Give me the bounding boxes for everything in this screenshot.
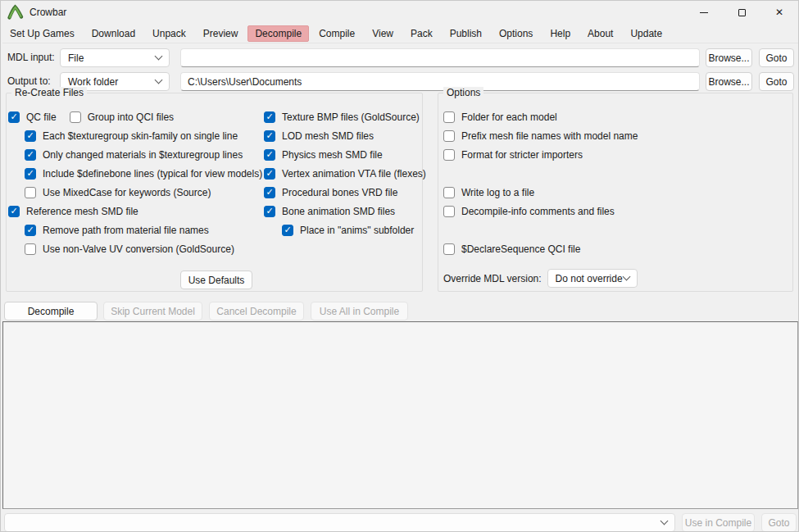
texturegroup-single-line-label: Each $texturegroup skin-family on single… <box>43 130 238 142</box>
bottom-goto-button[interactable]: Goto <box>761 513 797 532</box>
tab-publish[interactable]: Publish <box>443 25 489 42</box>
procedural-bones-row: Procedural bones VRD file <box>264 183 426 202</box>
qc-file-row: QC file Group into QCI files <box>8 107 262 126</box>
tab-preview[interactable]: Preview <box>196 25 246 42</box>
maximize-button[interactable] <box>723 1 760 24</box>
override-mdl-select[interactable]: Do not override <box>547 269 638 288</box>
reference-mesh-checkbox[interactable] <box>8 206 20 217</box>
tab-help[interactable]: Help <box>543 25 578 42</box>
decompiled-model-combo[interactable] <box>4 513 675 532</box>
tab-unpack[interactable]: Unpack <box>145 25 193 42</box>
spacer <box>443 164 638 183</box>
mdl-goto-button[interactable]: Goto <box>759 48 794 67</box>
output-goto-button[interactable]: Goto <box>759 72 794 91</box>
tab-about[interactable]: About <box>580 25 620 42</box>
prefix-mesh-names-row: Prefix mesh file names with model name <box>443 126 638 145</box>
override-mdl-row: Override MDL version: Do not override <box>443 269 638 288</box>
vertex-animation-checkbox[interactable] <box>264 168 275 180</box>
override-mdl-value: Do not override <box>556 273 624 284</box>
output-mode-value: Work folder <box>68 76 156 88</box>
declaresequence-checkbox[interactable] <box>443 243 455 255</box>
reference-mesh-row: Reference mesh SMD file <box>8 202 262 221</box>
recreate-middle-column: Texture BMP files (GoldSource) LOD mesh … <box>264 107 426 239</box>
texturegroup-single-line-checkbox[interactable] <box>25 130 36 142</box>
mdl-input-mode-select[interactable]: File <box>60 48 170 67</box>
maximize-icon <box>738 9 746 16</box>
bone-animation-checkbox[interactable] <box>264 206 275 217</box>
close-button[interactable]: ✕ <box>760 1 798 24</box>
mixedcase-keywords-label: Use MixedCase for keywords (Source) <box>43 187 211 198</box>
decompile-info-checkbox[interactable] <box>443 206 455 217</box>
mdl-input-label: MDL input: <box>7 48 55 66</box>
write-log-checkbox[interactable] <box>443 187 455 198</box>
group-into-qci-label: Group into QCI files <box>88 111 174 123</box>
recreate-files-group-title: Re-Create Files <box>11 87 87 98</box>
tab-download[interactable]: Download <box>84 25 143 42</box>
decompile-info-row: Decompile-info comments and files <box>443 202 638 221</box>
prefix-mesh-names-checkbox[interactable] <box>443 130 455 142</box>
cancel-decompile-button[interactable]: Cancel Decompile <box>209 302 304 321</box>
options-group-title: Options <box>443 87 483 98</box>
procedural-bones-checkbox[interactable] <box>264 187 275 198</box>
texture-bmp-label: Texture BMP files (GoldSource) <box>282 111 420 123</box>
recreate-files-group: Re-Create Files QC file Group into QCI f… <box>6 93 423 292</box>
physics-mesh-checkbox[interactable] <box>264 149 275 161</box>
tab-pack[interactable]: Pack <box>403 25 440 42</box>
physics-mesh-row: Physics mesh SMD file <box>264 145 426 164</box>
log-output[interactable] <box>2 321 798 509</box>
crowbar-logo-icon <box>7 4 24 20</box>
vertex-animation-row: Vertex animation VTA file (flexes) <box>264 164 426 183</box>
decompile-button[interactable]: Decompile <box>4 302 98 321</box>
remove-path-checkbox[interactable] <box>25 225 36 236</box>
minimize-button[interactable] <box>685 1 723 24</box>
mixedcase-keywords-checkbox[interactable] <box>25 187 36 198</box>
tab-set-up-games[interactable]: Set Up Games <box>2 25 82 42</box>
definebone-lines-row: Include $definebone lines (typical for v… <box>8 164 262 183</box>
bone-animation-row: Bone animation SMD files <box>264 202 426 221</box>
definebone-lines-label: Include $definebone lines (typical for v… <box>43 168 262 180</box>
tab-compile[interactable]: Compile <box>311 25 362 42</box>
output-path-field[interactable] <box>180 72 700 91</box>
recreate-left-column: QC file Group into QCI files Each $textu… <box>8 107 262 258</box>
definebone-lines-checkbox[interactable] <box>25 168 36 180</box>
folder-for-each-model-checkbox[interactable] <box>443 111 455 123</box>
qc-file-checkbox[interactable] <box>8 111 20 123</box>
lod-mesh-row: LOD mesh SMD files <box>264 126 426 145</box>
use-all-in-compile-button[interactable]: Use All in Compile <box>311 302 408 321</box>
use-in-compile-button[interactable]: Use in Compile <box>682 513 755 532</box>
options-column: Folder for each model Prefix mesh file n… <box>443 107 638 258</box>
write-log-label: Write log to a file <box>461 187 534 198</box>
use-defaults-button[interactable]: Use Defaults <box>180 271 252 289</box>
stricter-importers-checkbox[interactable] <box>443 149 455 161</box>
lod-mesh-checkbox[interactable] <box>264 130 275 142</box>
tab-view[interactable]: View <box>365 25 401 42</box>
non-valve-uv-label: Use non-Valve UV conversion (GoldSource) <box>43 243 234 255</box>
tab-update[interactable]: Update <box>623 25 670 42</box>
skip-current-model-button[interactable]: Skip Current Model <box>103 302 202 321</box>
non-valve-uv-row: Use non-Valve UV conversion (GoldSource) <box>8 239 262 258</box>
lod-mesh-label: LOD mesh SMD files <box>282 130 374 142</box>
texture-bmp-checkbox[interactable] <box>264 111 275 123</box>
tab-decompile[interactable]: Decompile <box>247 25 309 42</box>
texturegroup-single-line-row: Each $texturegroup skin-family on single… <box>8 126 262 145</box>
anims-subfolder-checkbox[interactable] <box>282 225 293 236</box>
declaresequence-label: $DeclareSequence QCI file <box>461 243 580 255</box>
folder-for-each-model-row: Folder for each model <box>443 107 638 126</box>
mdl-browse-button[interactable]: Browse... <box>706 48 752 67</box>
only-changed-materials-row: Only changed materials in $texturegroup … <box>8 145 262 164</box>
output-browse-button[interactable]: Browse... <box>706 72 752 91</box>
chevron-down-icon <box>661 517 669 525</box>
window-title: Crowbar <box>30 7 66 18</box>
minimize-icon <box>700 12 708 13</box>
close-icon: ✕ <box>775 7 783 18</box>
anims-subfolder-row: Place in "anims" subfolder <box>264 221 426 239</box>
decompile-info-label: Decompile-info comments and files <box>461 206 615 217</box>
mdl-input-path-field[interactable] <box>180 48 700 67</box>
spacer <box>443 221 638 239</box>
tab-options[interactable]: Options <box>492 25 540 42</box>
group-into-qci-checkbox[interactable] <box>70 111 81 123</box>
stricter-importers-label: Format for stricter importers <box>461 149 583 161</box>
window-controls: ✕ <box>685 1 798 24</box>
non-valve-uv-checkbox[interactable] <box>25 243 36 255</box>
only-changed-materials-checkbox[interactable] <box>25 149 36 161</box>
